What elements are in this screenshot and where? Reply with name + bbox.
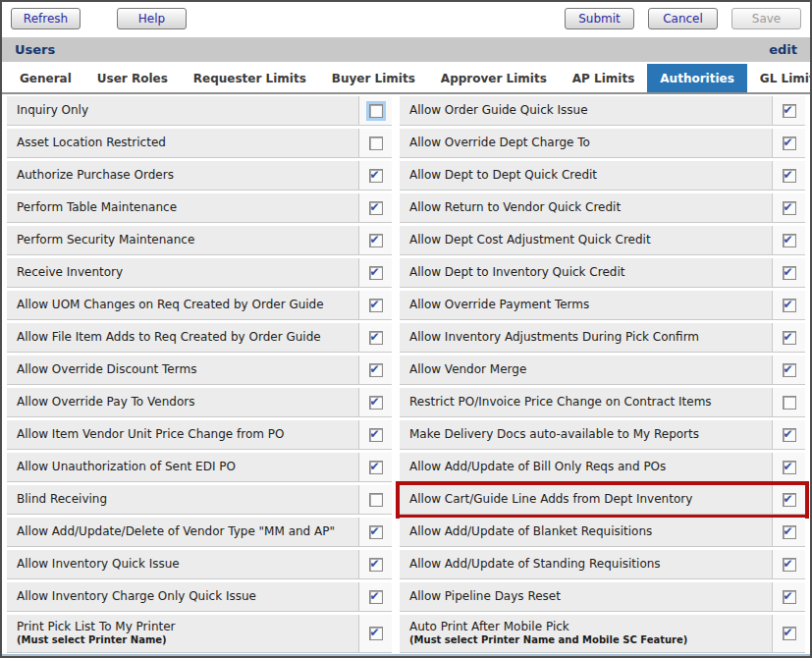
authority-label: Authorize Purchase Orders xyxy=(7,161,358,190)
checkbox-cell xyxy=(358,582,392,611)
authority-checkbox[interactable] xyxy=(369,363,383,377)
authority-label-text: Receive Inventory xyxy=(17,266,358,280)
authority-checkbox[interactable] xyxy=(783,590,796,604)
authorities-column-right: Allow Order Guide Quick IssueAllow Overr… xyxy=(400,96,805,653)
authority-label: Allow Return to Vendor Quick Credit xyxy=(400,193,772,222)
checkbox-cell xyxy=(772,258,805,287)
table-row: Perform Security Maintenance xyxy=(7,226,392,255)
tab-authorities[interactable]: Authorities xyxy=(647,64,747,92)
authority-label: Allow Override Pay To Vendors xyxy=(7,388,358,416)
tab-approver-limits[interactable]: Approver Limits xyxy=(428,64,560,92)
authority-checkbox[interactable] xyxy=(783,234,796,247)
checkbox-cell xyxy=(358,550,392,578)
authority-checkbox[interactable] xyxy=(783,525,796,539)
authority-checkbox[interactable] xyxy=(783,627,796,640)
authority-label-text: Auto Print After Mobile Pick xyxy=(409,621,772,634)
authority-checkbox[interactable] xyxy=(783,169,796,183)
authority-checkbox[interactable] xyxy=(369,525,383,539)
authority-label: Make Delivery Docs auto-available to My … xyxy=(400,420,772,449)
authority-label-text: Allow Override Dept Charge To xyxy=(409,137,772,150)
checkbox-cell xyxy=(772,453,805,481)
table-row: Print Pick List To My Printer(Must selec… xyxy=(7,615,392,653)
refresh-button[interactable]: Refresh xyxy=(11,8,81,29)
authority-note: (Must select Printer Name and Mobile SC … xyxy=(409,634,772,646)
submit-button[interactable]: Submit xyxy=(565,8,634,29)
table-row: Allow Override Discount Terms xyxy=(7,356,392,385)
tab-buyer-limits[interactable]: Buyer Limits xyxy=(319,64,428,92)
authority-checkbox[interactable] xyxy=(369,590,383,604)
authority-checkbox[interactable] xyxy=(369,299,383,312)
authority-label-text: Allow Inventory Adjustments During Pick … xyxy=(409,331,772,345)
checkbox-cell xyxy=(358,193,392,222)
tab-requester-limits[interactable]: Requester Limits xyxy=(181,64,319,92)
authority-checkbox[interactable] xyxy=(369,331,383,345)
authority-label: Blind Receiving xyxy=(7,485,358,514)
tab-general[interactable]: General xyxy=(7,64,84,92)
tab-ap-limits[interactable]: AP Limits xyxy=(560,64,648,92)
authority-label-text: Allow Add/Update of Blanket Requisitions xyxy=(409,525,772,539)
checkbox-cell xyxy=(772,420,805,449)
checkbox-cell xyxy=(358,518,392,546)
authority-checkbox[interactable] xyxy=(369,461,383,474)
checkbox-cell xyxy=(772,226,805,254)
authority-checkbox[interactable] xyxy=(369,104,383,118)
table-row: Receive Inventory xyxy=(7,258,392,288)
bottom-divider xyxy=(2,654,810,656)
authority-checkbox[interactable] xyxy=(369,627,383,640)
authority-label-text: Asset Location Restricted xyxy=(17,137,358,150)
table-row: Allow Order Guide Quick Issue xyxy=(400,96,805,126)
authority-checkbox[interactable] xyxy=(783,104,796,118)
checkbox-cell xyxy=(358,388,392,416)
authority-label-text: Allow Cart/Guide Line Adds from Dept Inv… xyxy=(409,493,772,507)
checkbox-cell xyxy=(358,323,392,352)
edit-link[interactable]: edit xyxy=(769,42,797,57)
authority-checkbox[interactable] xyxy=(369,137,383,150)
help-button[interactable]: Help xyxy=(117,8,187,29)
checkbox-cell xyxy=(772,388,805,416)
authority-label: Allow Cart/Guide Line Adds from Dept Inv… xyxy=(400,485,772,514)
authority-checkbox[interactable] xyxy=(369,234,383,247)
authority-checkbox[interactable] xyxy=(783,266,796,280)
table-row: Allow File Item Adds to Req Created by O… xyxy=(7,323,392,353)
authority-checkbox[interactable] xyxy=(783,331,796,345)
page-header: Users edit xyxy=(2,37,810,62)
authority-checkbox[interactable] xyxy=(783,461,796,474)
authority-label: Allow Item Vendor Unit Price Change from… xyxy=(7,420,358,449)
authority-checkbox[interactable] xyxy=(369,558,383,572)
checkbox-cell xyxy=(358,161,392,190)
authority-checkbox[interactable] xyxy=(783,201,796,215)
authority-label: Perform Table Maintenance xyxy=(7,193,358,222)
authority-checkbox[interactable] xyxy=(369,428,383,442)
authority-checkbox[interactable] xyxy=(369,169,383,183)
checkbox-cell xyxy=(358,258,392,287)
table-row: Allow Inventory Charge Only Quick Issue xyxy=(7,582,392,612)
authority-checkbox[interactable] xyxy=(783,558,796,572)
authority-checkbox[interactable] xyxy=(783,137,796,150)
checkbox-cell xyxy=(358,615,392,652)
authority-checkbox[interactable] xyxy=(783,493,796,507)
authority-checkbox[interactable] xyxy=(369,396,383,410)
authority-label: Allow Dept to Dept Quick Credit xyxy=(400,161,772,190)
authority-checkbox[interactable] xyxy=(369,201,383,215)
authority-checkbox[interactable] xyxy=(783,299,796,312)
authority-label: Asset Location Restricted xyxy=(7,129,358,157)
authority-checkbox[interactable] xyxy=(369,493,383,507)
authority-label-text: Blind Receiving xyxy=(17,493,358,507)
authority-label-text: Inquiry Only xyxy=(17,104,358,118)
authority-label: Allow UOM Changes on Req Created by Orde… xyxy=(7,291,358,319)
checkbox-cell xyxy=(358,453,392,481)
tab-gl-limits[interactable]: GL Limits xyxy=(747,64,812,92)
tab-user-roles[interactable]: User Roles xyxy=(84,64,181,92)
cancel-button[interactable]: Cancel xyxy=(648,8,718,29)
authority-checkbox[interactable] xyxy=(783,428,796,442)
checkbox-cell xyxy=(772,356,805,384)
authority-label-text: Allow UOM Changes on Req Created by Orde… xyxy=(17,299,358,312)
authority-checkbox[interactable] xyxy=(369,266,383,280)
checkbox-cell xyxy=(358,129,392,157)
authority-label-text: Allow Return to Vendor Quick Credit xyxy=(409,201,772,215)
authority-checkbox[interactable] xyxy=(783,396,796,410)
authority-label: Allow Pipeline Days Reset xyxy=(400,582,772,611)
authority-label: Allow Dept to Inventory Quick Credit xyxy=(400,258,772,287)
checkbox-cell xyxy=(358,226,392,254)
authority-checkbox[interactable] xyxy=(783,363,796,377)
